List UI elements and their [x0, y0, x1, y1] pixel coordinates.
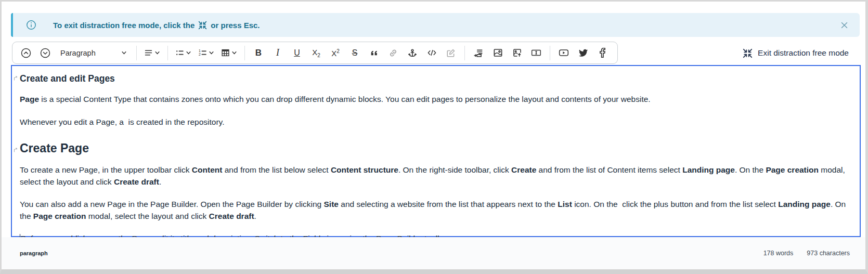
- text-run: Whenever you edit a Page, a is created i…: [20, 118, 224, 126]
- text-run: .: [254, 212, 256, 220]
- distraction-free-notification: To exit distraction free mode, click the…: [11, 13, 860, 37]
- block-type-marker-icon: [14, 148, 18, 152]
- insert-field-button[interactable]: [529, 45, 543, 61]
- toolbar-separator: [167, 46, 168, 60]
- insert-facebook-button[interactable]: [595, 45, 610, 61]
- paragraph-text[interactable]: Page is a special Content Type that cont…: [20, 94, 851, 106]
- current-block-type: paragraph: [20, 250, 48, 256]
- chevron-down-icon: [154, 50, 160, 56]
- youtube-icon: [559, 48, 569, 57]
- text-run: icon. On the click the plus button and f…: [572, 200, 778, 208]
- insert-custom-tag-icon: [474, 48, 483, 58]
- insert-youtube-button[interactable]: [556, 45, 571, 61]
- bold-text-run: Landing page: [778, 200, 831, 208]
- anchor-button[interactable]: [405, 45, 420, 61]
- insert-twitter-button[interactable]: [576, 45, 590, 61]
- svg-text:2: 2: [199, 53, 201, 56]
- insert-table-button[interactable]: [220, 45, 238, 61]
- move-up-icon: [20, 47, 32, 59]
- block-type-marker-icon: [14, 76, 18, 81]
- heading-block[interactable]: Create Page: [20, 141, 851, 155]
- block-quote-button[interactable]: [367, 45, 381, 61]
- strikethrough-icon: S: [352, 48, 358, 58]
- subscript-icon: X2: [312, 48, 320, 58]
- compress-arrows-icon: [743, 48, 753, 58]
- text-run: You can also add a new Page in the Page …: [20, 200, 324, 208]
- italic-icon: I: [276, 47, 279, 58]
- bold-text-run: Create and edit Pages: [20, 73, 115, 84]
- bold-icon: B: [255, 48, 262, 58]
- word-count: 178 words: [763, 250, 794, 257]
- bulleted-list-button[interactable]: [174, 45, 192, 61]
- text-run: . On the right-side toolbar, click: [398, 165, 511, 174]
- text-run: modal, select the layout and click: [86, 212, 209, 220]
- insert-image-button[interactable]: [490, 45, 505, 61]
- underline-icon: U: [294, 48, 300, 58]
- info-circle-icon: [25, 19, 37, 31]
- link-button[interactable]: [386, 45, 400, 61]
- insert-custom-tag-button[interactable]: [471, 45, 486, 61]
- heading-dropdown-value: Paragraph: [60, 49, 96, 57]
- document-stats: 178 words 973 characters: [763, 250, 850, 257]
- move-down-button[interactable]: [38, 45, 53, 61]
- text-run: and selecting a website from the list th…: [339, 200, 558, 208]
- close-x-icon: [840, 21, 848, 29]
- numbered-list-button[interactable]: 1 2: [197, 45, 215, 61]
- move-up-button[interactable]: [19, 45, 33, 61]
- bold-text-run: Create: [511, 165, 536, 174]
- upload-image-icon: [512, 48, 522, 58]
- paragraph-text[interactable]: To create a new Page, in the upper toolb…: [20, 164, 851, 188]
- twitter-icon: [578, 48, 588, 58]
- paragraph-text[interactable]: You can also add a new Page in the Page …: [20, 199, 851, 222]
- toolbar-separator: [550, 46, 550, 60]
- toolbar-separator: [464, 46, 465, 60]
- bold-text-run: List: [558, 200, 572, 208]
- bold-text-run: Content structure: [331, 165, 398, 174]
- paragraph-block[interactable]: To create a new Page, in the upper toolb…: [20, 164, 851, 188]
- code-icon: [427, 48, 437, 57]
- bold-text-run: Landing page: [682, 165, 735, 174]
- chevron-down-icon: [209, 50, 214, 56]
- link-icon: [388, 48, 398, 58]
- toolbar-separator: [244, 46, 245, 60]
- page-section-title[interactable]: Create Page: [20, 141, 851, 155]
- close-notification-button[interactable]: [840, 21, 848, 29]
- bold-button[interactable]: B: [251, 45, 266, 61]
- heading-dropdown[interactable]: Paragraph: [57, 45, 130, 61]
- chevron-down-icon: [186, 50, 191, 56]
- italic-button[interactable]: I: [270, 45, 285, 61]
- bold-text-run: Content: [192, 165, 223, 174]
- bold-text-run: Page creation: [766, 165, 819, 174]
- subscript-button[interactable]: X2: [309, 45, 323, 61]
- upload-image-button[interactable]: [510, 45, 524, 61]
- text-run: .: [159, 177, 161, 186]
- text-run: is a special Content Type that contains …: [39, 95, 651, 103]
- editor-status-bar: paragraph 178 words 973 characters: [2, 237, 865, 269]
- paragraph-block[interactable]: Whenever you edit a Page, a is created i…: [20, 116, 851, 128]
- chevron-down-icon: [231, 50, 237, 56]
- superscript-button[interactable]: X2: [328, 45, 343, 61]
- bold-text-run: Create draft: [114, 177, 159, 186]
- strikethrough-button[interactable]: S: [347, 45, 362, 61]
- text-run: and from the list below select: [222, 165, 331, 174]
- paragraph-text[interactable]: Whenever you edit a Page, a is created i…: [20, 116, 851, 128]
- bold-text-run: Site: [324, 200, 339, 208]
- underline-button[interactable]: U: [290, 45, 304, 61]
- text-alignment-button[interactable]: [143, 45, 161, 61]
- editor-window: To exit distraction free mode, click the…: [0, 0, 868, 274]
- toolbar-separator: [136, 46, 137, 60]
- section-heading[interactable]: Create and edit Pages: [20, 73, 851, 84]
- anchor-icon: [408, 48, 417, 58]
- notification-text-before: To exit distraction free mode, click the: [53, 21, 195, 30]
- rich-text-editing-area[interactable]: Create and edit Pages Page is a special …: [11, 65, 861, 237]
- field-input-icon: [531, 48, 541, 57]
- paragraph-block[interactable]: You can also add a new Page in the Page …: [20, 199, 851, 222]
- exit-distraction-free-button[interactable]: Exit distraction free mode: [743, 46, 849, 60]
- block-quote-icon: [370, 48, 379, 57]
- heading-block[interactable]: Create and edit Pages: [20, 73, 851, 84]
- code-block-button[interactable]: [424, 45, 439, 61]
- paragraph-block[interactable]: Page is a special Content Type that cont…: [20, 94, 851, 106]
- text-run: and from the list of Content items selec…: [536, 165, 682, 174]
- align-text-icon: [144, 48, 153, 57]
- source-editing-button[interactable]: [444, 45, 458, 61]
